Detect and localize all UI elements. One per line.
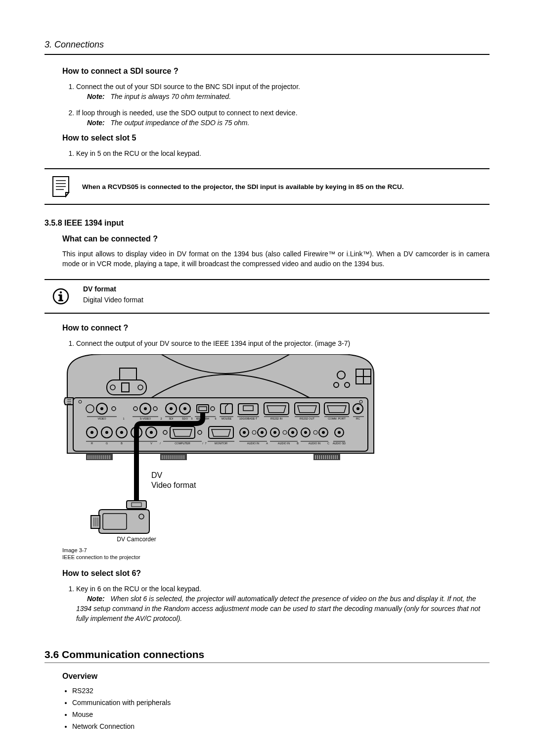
svg-point-70 — [150, 431, 153, 434]
heading-how-connect: How to connect ? — [62, 324, 490, 332]
label-7: 7 — [205, 442, 206, 445]
heading-slot6: How to select slot 6? — [62, 569, 490, 578]
label-video: VIDEO — [97, 417, 106, 420]
svg-point-85 — [273, 431, 276, 434]
slot6-step-1: Key in 6 on the RCU or the local keypad.… — [76, 584, 490, 624]
info-icon — [49, 285, 72, 308]
how-connect-step-1: Connect the output of your DV source to … — [76, 338, 490, 348]
overview-item-network: Network Connection — [72, 722, 490, 730]
svg-point-94 — [322, 431, 325, 434]
def-text: Digital Video format — [83, 296, 143, 304]
label-5: 5 — [191, 417, 192, 420]
svg-point-30 — [100, 407, 103, 410]
svg-point-59 — [356, 407, 359, 410]
label-rc: RC — [356, 417, 360, 420]
heading-sdi: How to connect a SDI source ? — [62, 67, 490, 76]
svg-point-41 — [183, 407, 186, 410]
def-bottom-rule — [44, 313, 490, 314]
svg-point-82 — [261, 431, 264, 434]
svg-point-66 — [120, 431, 123, 434]
sdi-step-1-text: Connect the out of your SDI source to th… — [76, 83, 300, 91]
label-rs232out: RS232 OUT — [300, 417, 315, 420]
label-svideo: S-VIDEO — [140, 417, 151, 420]
sdi-step-1: Connect the out of your SDI source to th… — [76, 82, 490, 102]
label-sdi: SDI — [169, 417, 174, 420]
h2-divider — [44, 662, 490, 663]
label-sdo: SDO — [182, 417, 188, 420]
svg-rect-10 — [58, 294, 61, 296]
label-6: 6 — [215, 417, 216, 420]
label-a: A — [266, 442, 268, 445]
svg-point-62 — [90, 431, 93, 434]
slot5-step-1: Key in 5 on the RCU or the local keypad. — [76, 148, 490, 158]
overview-item-peripherals: Communication with peripherals — [72, 699, 490, 707]
notepad-icon — [49, 175, 72, 198]
label-audio-a: AUDIO IN — [247, 442, 259, 445]
overview-list: RS232 Communication with peripherals Mou… — [72, 687, 490, 730]
note-prefix: Note: — [87, 119, 105, 127]
heading-overview: Overview — [62, 672, 490, 681]
page-header-chapter: 3. Connections — [44, 40, 490, 50]
figure-dv-label: DV — [151, 471, 163, 479]
sdi-step-1-note: The input is always 70 ohm terminated. — [110, 93, 231, 100]
figure-caption-line1: Image 3-7 — [62, 547, 490, 554]
svg-point-7 — [60, 291, 62, 293]
heading-slot5: How to select slot 5 — [62, 134, 490, 142]
label-monitor: MONITOR — [215, 442, 227, 445]
figure-video-format-label: Video format — [151, 481, 196, 489]
note-prefix: Note: — [87, 93, 105, 100]
svg-rect-140 — [91, 516, 100, 528]
callout-top-rule — [44, 168, 490, 169]
label-b2: B — [297, 442, 299, 445]
what-connected-text: This input allows to display video in DV… — [62, 249, 490, 269]
label-mouse: MOUSE — [222, 417, 232, 420]
sdi-steps: Connect the out of your SDI source to th… — [69, 82, 490, 128]
slot6-steps: Key in 6 on the RCU or the local keypad.… — [69, 584, 490, 624]
def-term: DV format — [83, 285, 143, 293]
slot6-step-text: Key in 6 on the RCU or the local keypad. — [76, 585, 201, 593]
svg-point-64 — [105, 431, 108, 434]
slot6-note: When slot 6 is selected, the projector w… — [76, 595, 480, 623]
svg-point-91 — [304, 431, 307, 434]
label-base: 10/100BASE-T — [239, 417, 258, 420]
sdi-step-2-text: If loop through is needed, use the SDO o… — [76, 109, 298, 117]
label-g: G — [106, 442, 108, 445]
label-b: B — [121, 442, 123, 445]
heading-what-connected: What can be connected ? — [62, 235, 490, 243]
callout-text: When a RCVDS05 is connected to the proje… — [82, 183, 485, 190]
callout-rcvds05: When a RCVDS05 is connected to the proje… — [44, 172, 490, 201]
note-prefix: Note: — [87, 595, 105, 603]
figure-caption: Image 3-7 IEEE connection to the project… — [62, 547, 490, 561]
figure-caption-line2: IEEE connection to the projector — [62, 554, 490, 561]
slot5-steps: Key in 5 on the RCU or the local keypad. — [69, 148, 490, 158]
how-connect-steps: Connect the output of your DV source to … — [69, 338, 490, 348]
definition-dv-format: DV format Digital Video format — [44, 283, 490, 310]
svg-rect-9 — [58, 300, 63, 301]
callout-bottom-rule — [44, 204, 490, 205]
svg-point-88 — [291, 431, 294, 434]
heading-3-6: 3.6 Communication connections — [44, 649, 490, 661]
figure-camcorder-label: DV Camcorder — [117, 536, 156, 542]
label-c: C — [327, 442, 329, 445]
svg-rect-138 — [127, 501, 146, 509]
svg-point-35 — [144, 407, 147, 410]
label-audio-b: AUDIO IN — [278, 442, 290, 445]
sdi-step-2-note: The output impedance of the SDO is 75 oh… — [110, 119, 249, 127]
svg-marker-1 — [66, 192, 69, 196]
svg-point-39 — [170, 407, 173, 410]
svg-rect-11 — [120, 368, 136, 381]
def-top-rule — [44, 279, 490, 280]
label-v: V — [150, 442, 152, 445]
label-1: 1 — [123, 417, 124, 420]
svg-rect-13 — [122, 383, 129, 392]
sdi-step-2: If loop through is needed, use the SDO o… — [76, 108, 490, 128]
label-computer: COMPUTER — [175, 442, 190, 445]
label-r: R — [91, 442, 93, 445]
header-divider — [44, 54, 490, 55]
svg-point-79 — [243, 431, 246, 434]
svg-point-97 — [338, 431, 341, 434]
label-2: 2 — [160, 417, 162, 420]
label-rs232in: RS232 IN — [270, 417, 282, 420]
label-audio-c: AUDIO IN — [309, 442, 320, 445]
heading-3-5-8: 3.5.8 IEEE 1394 input — [44, 219, 490, 228]
